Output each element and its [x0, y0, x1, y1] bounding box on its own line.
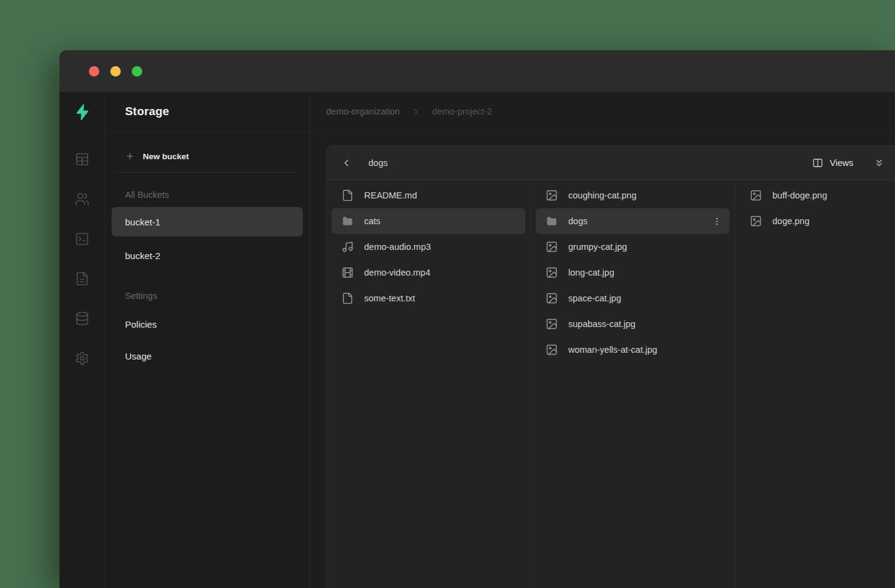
maximize-window-button[interactable]: [132, 66, 142, 77]
app-body: Storage New bucket All Bucketsbucket-1bu…: [59, 92, 895, 588]
file-row[interactable]: some-text.txt: [332, 285, 525, 311]
item-name: long-cat.jpg: [568, 268, 614, 277]
rail-database-icon[interactable]: [75, 311, 90, 326]
file-row[interactable]: woman-yells-at-cat.jpg: [536, 337, 729, 363]
sidebar-item-usage[interactable]: Usage: [112, 340, 303, 372]
explorer-column: README.mdcatsdemo-audio.mp3demo-video.mp…: [327, 180, 531, 588]
sidebar-sections: All Bucketsbucket-1bucket-2SettingsPolic…: [112, 183, 303, 372]
row-menu-kebab-icon[interactable]: [712, 216, 722, 227]
rail-terminal-icon[interactable]: [75, 232, 90, 246]
breadcrumb-bar: demo-organizationdemo-project-2: [310, 92, 895, 132]
views-button-label: Views: [830, 158, 853, 168]
image-icon: [750, 189, 762, 202]
item-name: cats: [364, 216, 381, 226]
image-icon: [546, 344, 558, 356]
new-bucket-label: New bucket: [143, 152, 189, 161]
file-row[interactable]: buff-doge.png: [740, 183, 889, 208]
rail-table-icon[interactable]: [75, 152, 90, 167]
minimize-window-button[interactable]: [110, 66, 121, 77]
icon-rail: [59, 92, 105, 588]
video-icon: [341, 266, 354, 279]
explorer-toolbar: dogs Views: [327, 146, 895, 180]
audio-icon: [341, 241, 354, 253]
traffic-lights: [89, 66, 142, 77]
main-content: demo-organizationdemo-project-2 dogs Vie…: [310, 92, 895, 588]
sidebar-body: New bucket All Bucketsbucket-1bucket-2Se…: [105, 132, 309, 372]
breadcrumb: demo-organizationdemo-project-2: [326, 107, 492, 116]
item-name: supabass-cat.jpg: [568, 319, 636, 329]
breadcrumb-item[interactable]: demo-project-2: [432, 107, 492, 116]
section-label: Settings: [112, 284, 303, 308]
rail-file-text-icon[interactable]: [75, 271, 90, 286]
folder-icon: [546, 215, 558, 227]
image-icon: [546, 292, 558, 304]
rail-users-icon[interactable]: [75, 192, 90, 206]
section-label: All Buckets: [112, 183, 303, 207]
image-icon: [546, 189, 558, 202]
views-button[interactable]: Views: [812, 157, 853, 168]
chevron-right-icon: [411, 107, 421, 116]
item-name: grumpy-cat.jpg: [568, 242, 627, 252]
file-row[interactable]: supabass-cat.jpg: [536, 311, 729, 337]
item-name: some-text.txt: [364, 293, 415, 303]
plus-icon: [125, 151, 135, 161]
file-row[interactable]: space-cat.jpg: [536, 285, 729, 311]
item-name: buff-doge.png: [772, 190, 827, 200]
back-button[interactable]: [341, 157, 352, 168]
image-icon: [546, 241, 558, 253]
window-titlebar: [59, 50, 895, 92]
image-icon: [546, 318, 558, 330]
rail-gear-icon[interactable]: [75, 351, 90, 366]
item-name: README.md: [364, 190, 417, 200]
item-name: dogs: [568, 216, 587, 226]
file-row[interactable]: demo-audio.mp3: [332, 234, 525, 260]
sidebar-section: SettingsPoliciesUsage: [112, 284, 303, 372]
sidebar-item-bucket-1[interactable]: bucket-1: [112, 207, 303, 236]
file-icon: [341, 292, 354, 304]
folder-row[interactable]: dogs: [536, 208, 729, 234]
image-icon: [750, 215, 762, 227]
file-icon: [341, 189, 354, 202]
file-row[interactable]: long-cat.jpg: [536, 260, 729, 285]
new-bucket-button[interactable]: New bucket: [112, 145, 303, 167]
item-name: demo-video.mp4: [364, 268, 430, 277]
close-window-button[interactable]: [89, 66, 99, 77]
file-row[interactable]: grumpy-cat.jpg: [536, 234, 729, 260]
sidebar-item-policies[interactable]: Policies: [112, 308, 303, 340]
sidebar-section: All Bucketsbucket-1bucket-2: [112, 183, 303, 270]
sidebar-item-bucket-2[interactable]: bucket-2: [112, 241, 303, 270]
file-row[interactable]: coughing-cat.png: [536, 183, 729, 208]
sidebar-header: Storage: [105, 92, 309, 132]
item-name: demo-audio.mp3: [364, 242, 431, 252]
folder-icon: [341, 215, 354, 227]
explorer-column: buff-doge.pngdoge.png: [735, 180, 895, 588]
folder-row[interactable]: cats: [332, 208, 525, 234]
file-row[interactable]: doge.png: [740, 208, 889, 234]
item-name: space-cat.jpg: [568, 293, 621, 303]
sidebar-divider: [115, 172, 299, 173]
explorer-columns: README.mdcatsdemo-audio.mp3demo-video.mp…: [327, 180, 895, 588]
file-explorer: dogs Views README.mdcatsdemo-audio.mp3de…: [326, 145, 895, 588]
item-name: coughing-cat.png: [568, 190, 636, 200]
item-name: woman-yells-at-cat.jpg: [568, 345, 657, 355]
breadcrumb-item[interactable]: demo-organization: [326, 107, 400, 116]
explorer-column: coughing-cat.pngdogsgrumpy-cat.jpglong-c…: [531, 180, 735, 588]
current-folder-label: dogs: [368, 158, 387, 168]
rail-nav: [75, 132, 90, 366]
supabase-logo[interactable]: [73, 92, 91, 132]
storage-sidebar: Storage New bucket All Bucketsbucket-1bu…: [105, 92, 310, 588]
item-name: doge.png: [772, 216, 809, 226]
file-row[interactable]: demo-video.mp4: [332, 260, 525, 285]
app-window: Storage New bucket All Bucketsbucket-1bu…: [59, 50, 895, 588]
page-title: Storage: [125, 105, 169, 118]
collapse-columns-button[interactable]: [874, 157, 885, 168]
file-row[interactable]: README.md: [332, 183, 525, 208]
image-icon: [546, 266, 558, 279]
columns-view-icon: [812, 157, 823, 168]
